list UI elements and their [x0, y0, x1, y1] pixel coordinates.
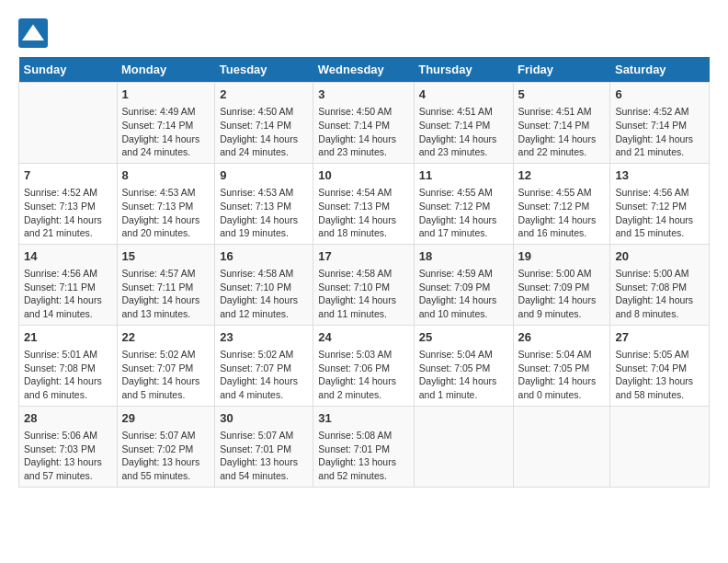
calendar-header-row: SundayMondayTuesdayWednesdayThursdayFrid… [19, 57, 710, 83]
calendar-cell: 29Sunrise: 5:07 AM Sunset: 7:02 PM Dayli… [117, 406, 215, 487]
day-header-wednesday: Wednesday [313, 57, 414, 83]
day-number: 27 [615, 329, 704, 346]
calendar-cell: 10Sunrise: 4:54 AM Sunset: 7:13 PM Dayli… [313, 163, 414, 244]
day-info: Sunrise: 4:56 AM Sunset: 7:12 PM Dayligh… [615, 186, 704, 240]
calendar-cell: 8Sunrise: 4:53 AM Sunset: 7:13 PM Daylig… [117, 163, 215, 244]
calendar-cell: 31Sunrise: 5:08 AM Sunset: 7:01 PM Dayli… [313, 406, 414, 487]
day-header-monday: Monday [117, 57, 215, 83]
day-info: Sunrise: 4:50 AM Sunset: 7:14 PM Dayligh… [318, 105, 408, 159]
day-info: Sunrise: 5:04 AM Sunset: 7:05 PM Dayligh… [419, 348, 508, 402]
day-number: 13 [615, 167, 704, 184]
day-number: 12 [518, 167, 606, 184]
calendar-cell: 28Sunrise: 5:06 AM Sunset: 7:03 PM Dayli… [19, 406, 118, 487]
calendar-cell: 4Sunrise: 4:51 AM Sunset: 7:14 PM Daylig… [414, 83, 513, 164]
day-info: Sunrise: 5:04 AM Sunset: 7:05 PM Dayligh… [518, 348, 606, 402]
day-info: Sunrise: 5:02 AM Sunset: 7:07 PM Dayligh… [122, 348, 210, 402]
calendar-cell [513, 406, 610, 487]
day-info: Sunrise: 4:55 AM Sunset: 7:12 PM Dayligh… [419, 186, 508, 240]
day-info: Sunrise: 5:01 AM Sunset: 7:08 PM Dayligh… [24, 348, 112, 402]
day-number: 9 [220, 167, 308, 184]
calendar-cell: 23Sunrise: 5:02 AM Sunset: 7:07 PM Dayli… [215, 325, 313, 406]
calendar-cell: 3Sunrise: 4:50 AM Sunset: 7:14 PM Daylig… [313, 83, 414, 164]
calendar-cell: 25Sunrise: 5:04 AM Sunset: 7:05 PM Dayli… [414, 325, 513, 406]
day-number: 7 [24, 167, 112, 184]
day-info: Sunrise: 4:58 AM Sunset: 7:10 PM Dayligh… [220, 267, 308, 321]
day-info: Sunrise: 5:07 AM Sunset: 7:02 PM Dayligh… [122, 429, 210, 483]
calendar-week-row: 7Sunrise: 4:52 AM Sunset: 7:13 PM Daylig… [19, 163, 710, 244]
day-number: 26 [518, 329, 606, 346]
day-header-tuesday: Tuesday [215, 57, 313, 83]
day-info: Sunrise: 4:52 AM Sunset: 7:14 PM Dayligh… [615, 105, 704, 159]
day-number: 31 [318, 410, 408, 427]
calendar-cell [19, 83, 118, 164]
day-info: Sunrise: 4:53 AM Sunset: 7:13 PM Dayligh… [122, 186, 210, 240]
calendar-cell: 27Sunrise: 5:05 AM Sunset: 7:04 PM Dayli… [610, 325, 710, 406]
day-header-saturday: Saturday [610, 57, 710, 83]
day-info: Sunrise: 4:49 AM Sunset: 7:14 PM Dayligh… [122, 105, 210, 159]
day-info: Sunrise: 5:06 AM Sunset: 7:03 PM Dayligh… [24, 429, 112, 483]
day-info: Sunrise: 4:53 AM Sunset: 7:13 PM Dayligh… [220, 186, 308, 240]
day-number: 4 [419, 86, 508, 103]
day-number: 29 [122, 410, 210, 427]
day-number: 5 [518, 86, 606, 103]
day-number: 10 [318, 167, 408, 184]
calendar-cell [414, 406, 513, 487]
calendar-week-row: 14Sunrise: 4:56 AM Sunset: 7:11 PM Dayli… [19, 244, 710, 325]
calendar-cell: 19Sunrise: 5:00 AM Sunset: 7:09 PM Dayli… [513, 244, 610, 325]
day-info: Sunrise: 5:08 AM Sunset: 7:01 PM Dayligh… [318, 429, 408, 483]
day-info: Sunrise: 4:52 AM Sunset: 7:13 PM Dayligh… [24, 186, 112, 240]
day-number: 28 [24, 410, 112, 427]
logo [18, 18, 51, 48]
day-info: Sunrise: 5:00 AM Sunset: 7:09 PM Dayligh… [518, 267, 606, 321]
day-info: Sunrise: 4:54 AM Sunset: 7:13 PM Dayligh… [318, 186, 408, 240]
calendar-cell: 6Sunrise: 4:52 AM Sunset: 7:14 PM Daylig… [610, 83, 710, 164]
day-number: 16 [220, 248, 308, 265]
calendar-cell: 5Sunrise: 4:51 AM Sunset: 7:14 PM Daylig… [513, 83, 610, 164]
day-number: 21 [24, 329, 112, 346]
day-header-thursday: Thursday [414, 57, 513, 83]
calendar-cell: 14Sunrise: 4:56 AM Sunset: 7:11 PM Dayli… [19, 244, 118, 325]
calendar-cell: 2Sunrise: 4:50 AM Sunset: 7:14 PM Daylig… [215, 83, 313, 164]
calendar-cell: 24Sunrise: 5:03 AM Sunset: 7:06 PM Dayli… [313, 325, 414, 406]
calendar-week-row: 28Sunrise: 5:06 AM Sunset: 7:03 PM Dayli… [19, 406, 710, 487]
day-info: Sunrise: 5:03 AM Sunset: 7:06 PM Dayligh… [318, 348, 408, 402]
calendar-cell: 1Sunrise: 4:49 AM Sunset: 7:14 PM Daylig… [117, 83, 215, 164]
page-header [18, 18, 710, 48]
calendar-cell: 17Sunrise: 4:58 AM Sunset: 7:10 PM Dayli… [313, 244, 414, 325]
day-info: Sunrise: 5:05 AM Sunset: 7:04 PM Dayligh… [615, 348, 704, 402]
day-number: 22 [122, 329, 210, 346]
calendar-cell: 13Sunrise: 4:56 AM Sunset: 7:12 PM Dayli… [610, 163, 710, 244]
calendar-cell: 20Sunrise: 5:00 AM Sunset: 7:08 PM Dayli… [610, 244, 710, 325]
day-info: Sunrise: 4:55 AM Sunset: 7:12 PM Dayligh… [518, 186, 606, 240]
day-info: Sunrise: 5:02 AM Sunset: 7:07 PM Dayligh… [220, 348, 308, 402]
day-info: Sunrise: 5:07 AM Sunset: 7:01 PM Dayligh… [220, 429, 308, 483]
day-header-friday: Friday [513, 57, 610, 83]
day-number: 17 [318, 248, 408, 265]
calendar-cell: 26Sunrise: 5:04 AM Sunset: 7:05 PM Dayli… [513, 325, 610, 406]
calendar-cell: 16Sunrise: 4:58 AM Sunset: 7:10 PM Dayli… [215, 244, 313, 325]
day-info: Sunrise: 4:56 AM Sunset: 7:11 PM Dayligh… [24, 267, 112, 321]
calendar-week-row: 21Sunrise: 5:01 AM Sunset: 7:08 PM Dayli… [19, 325, 710, 406]
day-number: 14 [24, 248, 112, 265]
day-number: 25 [419, 329, 508, 346]
calendar-cell: 18Sunrise: 4:59 AM Sunset: 7:09 PM Dayli… [414, 244, 513, 325]
day-number: 19 [518, 248, 606, 265]
calendar-table: SundayMondayTuesdayWednesdayThursdayFrid… [18, 57, 710, 488]
calendar-cell: 21Sunrise: 5:01 AM Sunset: 7:08 PM Dayli… [19, 325, 118, 406]
calendar-cell [610, 406, 710, 487]
calendar-cell: 7Sunrise: 4:52 AM Sunset: 7:13 PM Daylig… [19, 163, 118, 244]
day-number: 11 [419, 167, 508, 184]
calendar-cell: 22Sunrise: 5:02 AM Sunset: 7:07 PM Dayli… [117, 325, 215, 406]
day-number: 6 [615, 86, 704, 103]
day-number: 8 [122, 167, 210, 184]
calendar-cell: 12Sunrise: 4:55 AM Sunset: 7:12 PM Dayli… [513, 163, 610, 244]
day-number: 23 [220, 329, 308, 346]
calendar-cell: 15Sunrise: 4:57 AM Sunset: 7:11 PM Dayli… [117, 244, 215, 325]
logo-icon [18, 18, 48, 48]
day-info: Sunrise: 4:51 AM Sunset: 7:14 PM Dayligh… [419, 105, 508, 159]
calendar-cell: 30Sunrise: 5:07 AM Sunset: 7:01 PM Dayli… [215, 406, 313, 487]
day-number: 20 [615, 248, 704, 265]
day-info: Sunrise: 4:50 AM Sunset: 7:14 PM Dayligh… [220, 105, 308, 159]
calendar-cell: 9Sunrise: 4:53 AM Sunset: 7:13 PM Daylig… [215, 163, 313, 244]
day-number: 18 [419, 248, 508, 265]
